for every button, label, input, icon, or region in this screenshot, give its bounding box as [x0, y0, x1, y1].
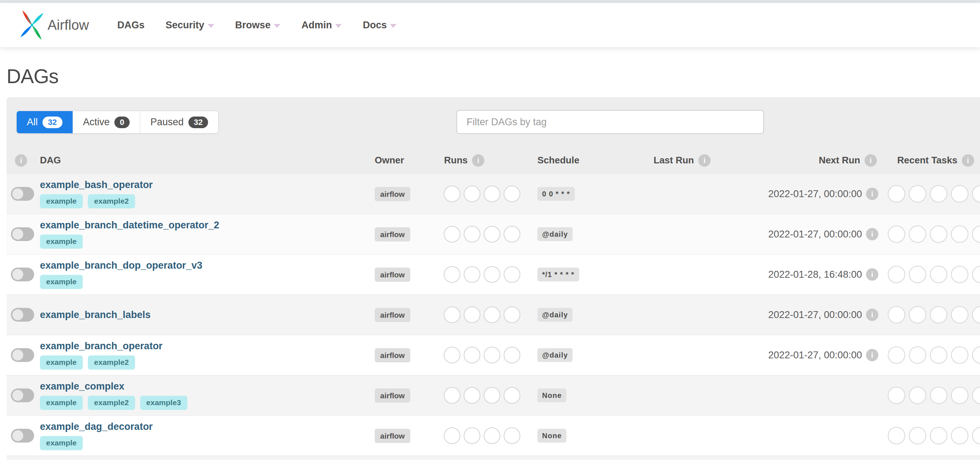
dag-link[interactable]: example_branch_labels — [40, 309, 151, 321]
dag-tag[interactable]: example — [40, 436, 83, 450]
recent-task-circle[interactable] — [930, 427, 947, 444]
info-icon[interactable]: i — [864, 154, 877, 167]
recent-task-circle[interactable] — [972, 387, 980, 404]
info-icon[interactable]: i — [866, 188, 878, 200]
dag-link[interactable]: example_dag_decorator — [40, 421, 153, 432]
dag-pause-toggle[interactable] — [11, 388, 34, 402]
info-icon[interactable]: i — [866, 228, 878, 240]
tab-all[interactable]: All 32 — [17, 111, 73, 133]
recent-task-circle[interactable] — [888, 306, 905, 323]
recent-task-circle[interactable] — [909, 306, 926, 323]
nav-item-security[interactable]: Security — [165, 20, 214, 31]
nav-item-docs[interactable]: Docs — [363, 20, 396, 31]
recent-task-circle[interactable] — [972, 427, 980, 444]
info-icon[interactable]: i — [472, 154, 484, 167]
column-header-dag[interactable]: DAG — [40, 154, 61, 166]
recent-task-circle[interactable] — [930, 346, 947, 364]
info-icon[interactable]: i — [866, 349, 878, 361]
info-icon[interactable]: i — [866, 268, 878, 281]
dag-tag[interactable]: example2 — [88, 396, 135, 409]
info-icon[interactable]: i — [962, 154, 974, 167]
dag-pause-toggle[interactable] — [11, 308, 34, 322]
recent-task-circle[interactable] — [972, 306, 980, 323]
recent-task-circle[interactable] — [951, 226, 968, 243]
dag-tag[interactable]: example — [40, 275, 83, 289]
dag-tag[interactable]: example — [40, 194, 83, 208]
run-status-circle[interactable] — [504, 347, 520, 363]
run-status-circle[interactable] — [484, 387, 500, 404]
column-header-owner[interactable]: Owner — [375, 154, 404, 166]
column-header-next-run[interactable]: Next Run — [819, 154, 860, 166]
recent-task-circle[interactable] — [951, 266, 968, 283]
recent-task-circle[interactable] — [888, 427, 905, 444]
tab-active[interactable]: Active 0 — [73, 111, 140, 133]
run-status-circle[interactable] — [464, 306, 480, 323]
recent-task-circle[interactable] — [972, 266, 980, 283]
recent-task-circle[interactable] — [972, 226, 980, 243]
dag-pause-toggle[interactable] — [11, 227, 34, 241]
recent-task-circle[interactable] — [951, 306, 968, 323]
recent-task-circle[interactable] — [888, 346, 905, 364]
recent-task-circle[interactable] — [930, 306, 947, 323]
dag-link[interactable]: example_complex — [40, 381, 124, 392]
recent-task-circle[interactable] — [951, 387, 968, 404]
dag-tag[interactable]: example — [40, 355, 83, 369]
recent-task-circle[interactable] — [909, 266, 926, 283]
run-status-circle[interactable] — [464, 347, 480, 363]
run-status-circle[interactable] — [464, 387, 480, 404]
info-icon[interactable]: i — [698, 154, 711, 167]
run-status-circle[interactable] — [504, 266, 520, 283]
dag-tag[interactable]: example2 — [88, 355, 135, 369]
run-status-circle[interactable] — [444, 387, 460, 404]
recent-task-circle[interactable] — [888, 387, 905, 404]
recent-task-circle[interactable] — [951, 346, 968, 364]
run-status-circle[interactable] — [464, 226, 480, 242]
recent-task-circle[interactable] — [909, 346, 926, 364]
run-status-circle[interactable] — [484, 306, 500, 323]
run-status-circle[interactable] — [444, 266, 460, 283]
dag-link[interactable]: example_branch_operator — [40, 341, 163, 352]
run-status-circle[interactable] — [444, 347, 460, 363]
run-status-circle[interactable] — [504, 387, 520, 404]
run-status-circle[interactable] — [444, 226, 460, 242]
dag-pause-toggle[interactable] — [11, 429, 34, 442]
recent-task-circle[interactable] — [930, 226, 947, 243]
recent-task-circle[interactable] — [972, 185, 980, 202]
run-status-circle[interactable] — [504, 226, 520, 242]
recent-task-circle[interactable] — [888, 266, 905, 283]
recent-task-circle[interactable] — [909, 427, 926, 444]
run-status-circle[interactable] — [444, 427, 460, 444]
run-status-circle[interactable] — [464, 427, 480, 444]
recent-task-circle[interactable] — [972, 346, 980, 364]
run-status-circle[interactable] — [484, 226, 500, 242]
column-header-schedule[interactable]: Schedule — [538, 154, 579, 166]
dag-link[interactable]: example_bash_operator — [40, 179, 153, 191]
dag-tag[interactable]: example2 — [88, 194, 135, 208]
dag-pause-toggle[interactable] — [11, 187, 34, 201]
dag-tag[interactable]: example — [40, 396, 83, 409]
recent-task-circle[interactable] — [909, 185, 926, 202]
dag-pause-toggle[interactable] — [11, 348, 34, 362]
run-status-circle[interactable] — [504, 427, 520, 444]
dag-pause-toggle[interactable] — [11, 267, 34, 282]
run-status-circle[interactable] — [444, 306, 460, 323]
dag-tag[interactable]: example — [40, 234, 83, 248]
nav-item-browse[interactable]: Browse — [235, 20, 281, 31]
recent-task-circle[interactable] — [930, 387, 947, 404]
run-status-circle[interactable] — [444, 186, 460, 202]
run-status-circle[interactable] — [464, 266, 480, 283]
tab-paused[interactable]: Paused 32 — [140, 111, 218, 133]
info-icon[interactable]: i — [15, 154, 27, 167]
recent-task-circle[interactable] — [909, 387, 926, 404]
recent-task-circle[interactable] — [951, 427, 968, 444]
recent-task-circle[interactable] — [888, 185, 905, 202]
run-status-circle[interactable] — [484, 347, 500, 363]
dag-link[interactable]: example_branch_dop_operator_v3 — [40, 260, 202, 271]
recent-task-circle[interactable] — [951, 185, 968, 202]
column-header-last-run[interactable]: Last Run — [654, 154, 694, 166]
filter-dags-by-tag-input[interactable] — [457, 110, 764, 134]
column-header-recent-tasks[interactable]: Recent Tasks — [897, 154, 958, 166]
dag-link[interactable]: example_branch_datetime_operator_2 — [40, 220, 219, 231]
nav-item-dags[interactable]: DAGs — [117, 20, 145, 31]
nav-item-admin[interactable]: Admin — [301, 20, 342, 31]
